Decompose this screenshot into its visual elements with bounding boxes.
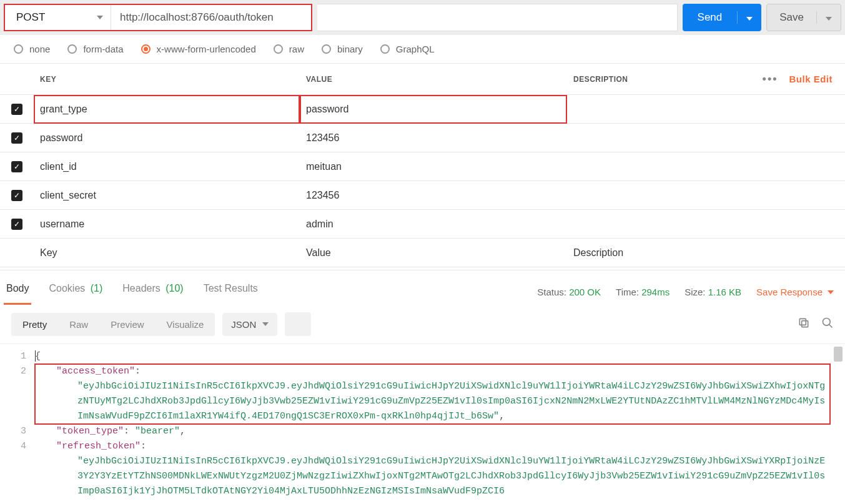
svg-line-5	[829, 324, 833, 327]
chevron-down-icon	[97, 16, 103, 19]
save-response-button[interactable]: Save Response	[756, 287, 834, 297]
json-lines[interactable]: { "access_token": "eyJhbGciOiJIUzI1NiIsI…	[35, 349, 845, 499]
json-line: {	[35, 349, 830, 364]
json-viewer: 1 2 3 4 { "access_token": "eyJhbGciOiJIU…	[0, 344, 845, 499]
search-icon[interactable]	[821, 317, 834, 332]
viewer-toolbar: Pretty Raw Preview Visualize JSON	[0, 305, 845, 344]
copy-icon[interactable]	[798, 317, 810, 332]
tab-headers[interactable]: Headers (10)	[120, 279, 185, 305]
json-line: "token_type": "bearer",	[35, 424, 830, 439]
viewer-tab-raw[interactable]: Raw	[58, 313, 99, 336]
param-key-placeholder[interactable]: Key	[34, 239, 300, 267]
param-value-cell[interactable]: meituan	[300, 152, 567, 181]
param-desc-cell[interactable]	[567, 210, 845, 239]
body-type-form-data[interactable]: form-data	[67, 44, 123, 54]
time-label: Time: 294ms	[616, 287, 670, 297]
param-key-cell[interactable]: grant_type	[34, 95, 300, 124]
save-dropdown[interactable]	[816, 11, 841, 24]
svg-point-4	[823, 318, 831, 325]
save-label: Save	[767, 11, 816, 24]
more-icon[interactable]: •••	[763, 72, 778, 86]
radio-icon	[141, 44, 151, 54]
header-description-label: DESCRIPTION	[573, 75, 628, 84]
json-line: "access_token":	[35, 364, 830, 379]
wrap-lines-button[interactable]	[285, 312, 311, 336]
viewer-tab-visualize[interactable]: Visualize	[156, 313, 215, 336]
body-type-urlencoded[interactable]: x-www-form-urlencoded	[141, 44, 256, 54]
param-value-cell[interactable]: 123456	[300, 124, 567, 152]
svg-rect-2	[802, 320, 808, 327]
param-key-cell[interactable]: password	[34, 124, 300, 152]
row-checkbox[interactable]: ✓	[11, 161, 22, 172]
line-numbers: 1 2 3 4	[0, 349, 35, 499]
tab-test-results[interactable]: Test Results	[201, 279, 260, 305]
status-label: Status: 200 OK	[537, 287, 601, 297]
table-row: ✓ username admin	[0, 210, 845, 239]
row-checkbox[interactable]: ✓	[11, 104, 22, 115]
viewer-mode-tabs: Pretty Raw Preview Visualize	[11, 313, 215, 336]
svg-rect-3	[799, 319, 806, 325]
row-checkbox[interactable]: ✓	[11, 132, 22, 144]
send-label: Send	[683, 11, 738, 24]
param-value-placeholder[interactable]: Value	[300, 239, 567, 267]
chevron-down-icon	[826, 17, 832, 21]
radio-icon	[67, 44, 77, 54]
send-button[interactable]: Send	[683, 4, 762, 31]
radio-icon	[14, 44, 23, 54]
http-method-select[interactable]: POST	[5, 5, 111, 30]
header-check	[0, 64, 34, 95]
url-input[interactable]	[111, 5, 311, 30]
table-row: ✓ password 123456	[0, 124, 845, 152]
params-table: KEY VALUE DESCRIPTION ••• Bulk Edit ✓ gr…	[0, 63, 845, 267]
tab-cookies[interactable]: Cookies (1)	[46, 279, 105, 305]
table-row: ✓ client_id meituan	[0, 152, 845, 181]
url-remainder[interactable]	[317, 4, 678, 31]
response-meta: Status: 200 OK Time: 294ms Size: 1.16 KB…	[537, 287, 834, 297]
save-button[interactable]: Save	[766, 4, 841, 31]
method-url-group: POST	[4, 4, 312, 31]
param-desc-placeholder[interactable]: Description	[567, 239, 845, 267]
chevron-down-icon	[262, 322, 269, 326]
json-line: "refresh_token":	[35, 439, 830, 454]
body-type-raw[interactable]: raw	[274, 44, 304, 54]
body-type-binary[interactable]: binary	[322, 44, 363, 54]
viewer-tab-pretty[interactable]: Pretty	[11, 313, 58, 336]
radio-icon	[274, 44, 283, 54]
param-key-cell[interactable]: username	[34, 210, 300, 239]
header-key: KEY	[34, 64, 300, 95]
param-value-cell[interactable]: 123456	[300, 181, 567, 210]
param-key-cell[interactable]: client_secret	[34, 181, 300, 210]
param-key-cell[interactable]: client_id	[34, 152, 300, 181]
table-row: ✓ client_secret 123456	[0, 181, 845, 210]
response-tabs: Body Cookies (1) Headers (10) Test Resul…	[4, 279, 260, 305]
chevron-down-icon	[828, 290, 834, 294]
response-bar: Body Cookies (1) Headers (10) Test Resul…	[0, 270, 845, 305]
param-desc-cell[interactable]	[567, 95, 845, 124]
http-method-label: POST	[16, 11, 45, 24]
body-type-graphql[interactable]: GraphQL	[380, 44, 435, 54]
bulk-edit-button[interactable]: Bulk Edit	[789, 74, 839, 84]
body-type-none[interactable]: none	[14, 44, 50, 54]
param-desc-cell[interactable]	[567, 124, 845, 152]
param-value-cell[interactable]: password	[300, 95, 567, 124]
radio-icon	[322, 44, 331, 54]
table-row-new: Key Value Description	[0, 239, 845, 267]
json-line: "eyJhbGciOiJIUzI1NiIsInR5cCI6IkpXVCJ9.ey…	[35, 379, 830, 424]
viewer-tab-preview[interactable]: Preview	[99, 313, 155, 336]
size-label: Size: 1.16 KB	[684, 287, 741, 297]
wrap-icon	[292, 319, 304, 329]
header-description: DESCRIPTION ••• Bulk Edit	[567, 64, 845, 95]
send-dropdown[interactable]	[737, 11, 761, 24]
request-bar: POST Send Save	[0, 0, 845, 35]
param-value-cell[interactable]: admin	[300, 210, 567, 239]
chevron-down-icon	[746, 17, 753, 21]
json-line: "eyJhbGciOiJIUzI1NiIsInR5cCI6IkpXVCJ9.ey…	[35, 454, 830, 499]
radio-icon	[380, 44, 390, 54]
row-checkbox[interactable]: ✓	[11, 190, 22, 201]
param-desc-cell[interactable]	[567, 181, 845, 210]
tab-body[interactable]: Body	[4, 279, 31, 305]
scrollbar-thumb[interactable]	[834, 347, 843, 362]
param-desc-cell[interactable]	[567, 152, 845, 181]
row-checkbox[interactable]: ✓	[11, 219, 22, 230]
language-select[interactable]: JSON	[222, 313, 277, 336]
